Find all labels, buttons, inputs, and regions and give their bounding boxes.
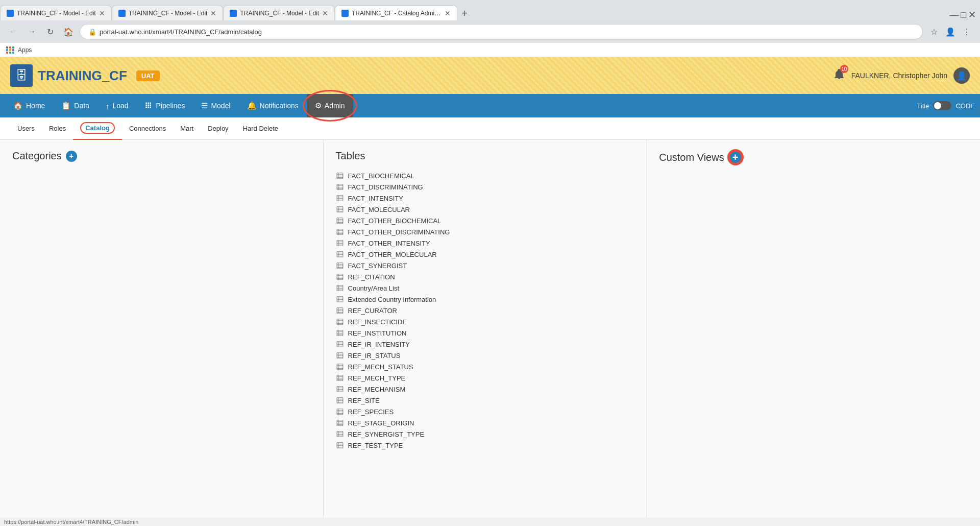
tab-title-4: TRAINING_CF - Catalog Admini...	[352, 10, 442, 17]
table-item[interactable]: REF_IR_INTENSITY	[336, 339, 634, 350]
table-icon	[336, 306, 344, 315]
table-item[interactable]: REF_INSECTICIDE	[336, 316, 634, 327]
sub-nav: Users Roles Catalog Connections Mart Dep…	[0, 117, 980, 140]
tab-bar: TRAINING_CF - Model - Edit ✕ TRAINING_CF…	[0, 0, 980, 20]
table-item[interactable]: FACT_DISCRIMINATING	[336, 181, 634, 193]
tab-1[interactable]: TRAINING_CF - Model - Edit ✕	[0, 5, 112, 20]
table-icon	[336, 430, 344, 438]
nav-notifications-label: Notifications	[260, 102, 299, 110]
table-item[interactable]: REF_SYNERGIST_TYPE	[336, 428, 634, 440]
url-text: portal-uat.who.int/xmart4/TRAINING_CF/ad…	[100, 28, 262, 36]
toggle-knob	[934, 102, 941, 109]
table-icon	[336, 284, 344, 292]
add-custom-view-button[interactable]: +	[728, 150, 743, 164]
close-button[interactable]: ✕	[968, 9, 976, 20]
subnav-hard-delete[interactable]: Hard Delete	[236, 117, 285, 140]
table-item[interactable]: REF_STAGE_ORIGIN	[336, 417, 634, 428]
minimize-button[interactable]: —	[949, 10, 959, 20]
nav-load-label: Load	[112, 102, 128, 110]
nav-model[interactable]: ☰ Model	[193, 94, 238, 117]
profile-icon[interactable]: 👤	[943, 25, 958, 39]
table-item-label: REF_SYNERGIST_TYPE	[348, 431, 425, 438]
subnav-deploy[interactable]: Deploy	[201, 117, 235, 140]
back-button[interactable]: ←	[6, 25, 20, 39]
nav-data[interactable]: 📋 Data	[53, 94, 97, 117]
status-url: https://portal-uat.who.int/xmart4/TRAINI…	[4, 519, 138, 525]
table-item[interactable]: REF_MECH_TYPE	[336, 372, 634, 384]
nav-admin-label: Admin	[325, 102, 345, 110]
table-item[interactable]: REF_CITATION	[336, 271, 634, 282]
table-icon	[336, 396, 344, 404]
browser-chrome: TRAINING_CF - Model - Edit ✕ TRAINING_CF…	[0, 0, 980, 57]
user-avatar[interactable]: 👤	[953, 67, 970, 84]
bookmark-icon[interactable]: ☆	[927, 25, 941, 39]
table-item-label: REF_SPECIES	[348, 408, 394, 416]
table-item[interactable]: REF_MECHANISM	[336, 384, 634, 395]
title-code-toggle[interactable]	[933, 101, 951, 110]
subnav-users[interactable]: Users	[10, 117, 42, 140]
nav-pipelines[interactable]: Pipelines	[137, 94, 193, 117]
table-icon	[336, 261, 344, 270]
menu-icon[interactable]: ⋮	[960, 25, 974, 39]
apps-grid-icon	[6, 46, 15, 54]
tab-close-1[interactable]: ✕	[99, 9, 105, 17]
table-item[interactable]: REF_INSTITUTION	[336, 327, 634, 339]
table-item-label: FACT_INTENSITY	[348, 195, 403, 202]
table-item[interactable]: FACT_BIOCHEMICAL	[336, 170, 634, 181]
table-item[interactable]: Extended Country Information	[336, 294, 634, 305]
table-item[interactable]: REF_TEST_TYPE	[336, 440, 634, 451]
maximize-button[interactable]: □	[961, 10, 966, 20]
table-item[interactable]: Country/Area List	[336, 282, 634, 294]
subnav-connections[interactable]: Connections	[122, 117, 173, 140]
nav-home[interactable]: 🏠 Home	[5, 94, 53, 117]
table-item[interactable]: FACT_OTHER_DISCRIMINATING	[336, 226, 634, 237]
table-item-label: FACT_DISCRIMINATING	[348, 183, 423, 191]
table-item[interactable]: FACT_OTHER_INTENSITY	[336, 237, 634, 249]
table-item[interactable]: REF_SPECIES	[336, 406, 634, 417]
nav-load[interactable]: ↑ Load	[97, 94, 137, 117]
apps-label[interactable]: Apps	[18, 46, 32, 54]
forward-button[interactable]: →	[24, 25, 39, 39]
table-item-label: REF_IR_INTENSITY	[348, 341, 410, 348]
code-label: CODE	[955, 102, 975, 110]
categories-header: Categories +	[12, 150, 311, 162]
notifications-button[interactable]: 10	[833, 68, 845, 83]
categories-title: Categories	[12, 150, 62, 162]
tab-close-4[interactable]: ✕	[445, 9, 451, 17]
nav-notifications[interactable]: 🔔 Notifications	[239, 94, 307, 117]
svg-rect-3	[148, 102, 149, 104]
table-item[interactable]: FACT_MOLECULAR	[336, 204, 634, 215]
new-tab-button[interactable]: +	[457, 6, 472, 20]
subnav-mart[interactable]: Mart	[173, 117, 201, 140]
table-item[interactable]: REF_CURATOR	[336, 305, 634, 316]
table-item-label: REF_CURATOR	[348, 307, 397, 315]
table-item[interactable]: REF_MECH_STATUS	[336, 361, 634, 372]
subnav-catalog[interactable]: Catalog	[73, 117, 122, 140]
nav-right: Title CODE	[917, 101, 975, 110]
table-item[interactable]: FACT_SYNERGIST	[336, 260, 634, 271]
table-item-label: REF_TEST_TYPE	[348, 442, 403, 449]
tab-close-3[interactable]: ✕	[322, 9, 328, 17]
table-item[interactable]: REF_IR_STATUS	[336, 350, 634, 361]
url-bar[interactable]: 🔒 portal-uat.who.int/xmart4/TRAINING_CF/…	[80, 24, 923, 39]
table-icon	[336, 194, 344, 202]
tab-3[interactable]: TRAINING_CF - Model - Edit ✕	[223, 5, 335, 20]
nav-admin[interactable]: ⚙ Admin	[307, 94, 353, 117]
svg-rect-1	[145, 104, 147, 106]
table-item[interactable]: FACT_OTHER_BIOCHEMICAL	[336, 215, 634, 226]
subnav-roles[interactable]: Roles	[42, 117, 73, 140]
table-item-label: FACT_BIOCHEMICAL	[348, 172, 414, 180]
reload-button[interactable]: ↻	[43, 25, 57, 39]
table-item[interactable]: REF_SITE	[336, 395, 634, 406]
tab-close-2[interactable]: ✕	[210, 9, 216, 17]
home-button[interactable]: 🏠	[61, 25, 76, 39]
table-icon	[336, 329, 344, 337]
table-item[interactable]: FACT_OTHER_MOLECULAR	[336, 249, 634, 260]
add-category-button[interactable]: +	[66, 151, 77, 162]
table-item-label: FACT_MOLECULAR	[348, 206, 410, 213]
table-item[interactable]: FACT_INTENSITY	[336, 193, 634, 204]
subnav-mart-label: Mart	[180, 125, 193, 132]
tab-2[interactable]: TRAINING_CF - Model - Edit ✕	[112, 5, 224, 20]
home-icon: 🏠	[13, 101, 23, 110]
tab-4[interactable]: TRAINING_CF - Catalog Admini... ✕	[335, 5, 457, 20]
